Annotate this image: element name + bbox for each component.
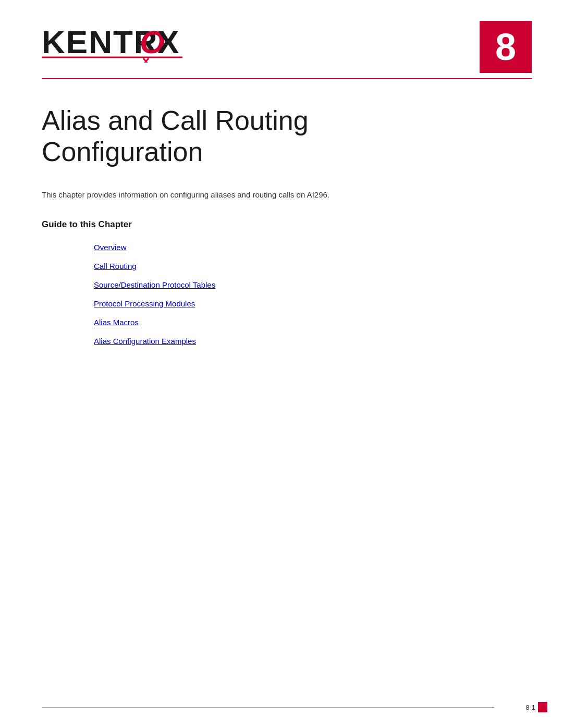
toc-link-source-destination[interactable]: Source/Destination Protocol Tables (94, 280, 215, 289)
kentrox-logo: KENTR O X (42, 21, 188, 63)
logo-wrapper: KENTR O X (42, 21, 188, 63)
footer-bar (538, 702, 547, 712)
chapter-badge: 8 (480, 21, 532, 73)
toc-item-alias-macros: Alias Macros (94, 318, 521, 327)
header: KENTR O X 8 (0, 0, 563, 73)
toc-link-alias-macros[interactable]: Alias Macros (94, 318, 139, 327)
toc-item-source-destination: Source/Destination Protocol Tables (94, 280, 521, 290)
page-title: Alias and Call Routing Configuration (42, 105, 521, 168)
toc-link-protocol-processing[interactable]: Protocol Processing Modules (94, 299, 195, 308)
toc-item-overview: Overview (94, 243, 521, 252)
guide-heading: Guide to this Chapter (42, 219, 521, 230)
toc-link-call-routing[interactable]: Call Routing (94, 262, 137, 270)
toc-item-alias-config: Alias Configuration Examples (94, 337, 521, 346)
toc-link-overview[interactable]: Overview (94, 243, 127, 252)
toc-item-protocol-processing: Protocol Processing Modules (94, 299, 521, 309)
toc-list: Overview Call Routing Source/Destination… (42, 243, 521, 346)
footer-line (42, 707, 494, 708)
page-container: KENTR O X 8 Alias and Call Routing Confi… (0, 0, 563, 728)
toc-link-alias-config[interactable]: Alias Configuration Examples (94, 337, 196, 346)
footer-page-number: 8-1 (525, 704, 535, 711)
svg-text:X: X (157, 24, 180, 60)
intro-paragraph: This chapter provides information on con… (42, 189, 448, 201)
toc-item-call-routing: Call Routing (94, 262, 521, 271)
footer: 8-1 (0, 702, 563, 712)
chapter-number: 8 (495, 28, 516, 66)
main-content: Alias and Call Routing Configuration Thi… (0, 79, 563, 397)
